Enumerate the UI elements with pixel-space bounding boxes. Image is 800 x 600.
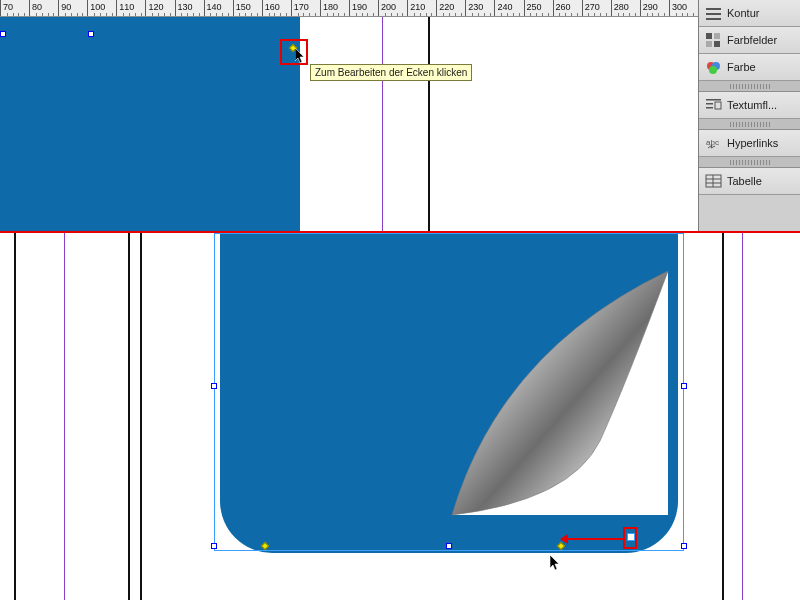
- ruler-number: 260: [556, 2, 571, 12]
- ruler-tick: 280: [611, 0, 640, 17]
- svg-rect-12: [706, 107, 713, 109]
- svg-rect-10: [706, 99, 721, 101]
- ruler-tick: 300: [669, 0, 698, 17]
- ruler-number: 100: [90, 2, 105, 12]
- tooltip-text: Zum Bearbeiten der Ecken klicken: [315, 67, 467, 78]
- panel-separator: [699, 119, 800, 130]
- table-icon: [705, 173, 722, 190]
- ruler-tick: 190: [349, 0, 378, 17]
- ruler-tick: 240: [494, 0, 523, 17]
- annotation-arrow: [568, 538, 624, 540]
- ruler-number: 110: [119, 2, 134, 12]
- stroke-icon: [705, 5, 722, 22]
- panel-separator: [699, 81, 800, 92]
- ruler-number: 180: [323, 2, 338, 12]
- top-screenshot: 7080901001101201301401501601701801902002…: [0, 0, 800, 231]
- bottom-canvas[interactable]: [0, 233, 800, 600]
- ruler-tick: 160: [262, 0, 291, 17]
- panel-farbfelder[interactable]: Farbfelder: [699, 27, 800, 54]
- selection-handle[interactable]: [0, 31, 6, 37]
- ruler-number: 190: [352, 2, 367, 12]
- swatches-icon: [705, 32, 722, 49]
- ruler-tick: 290: [640, 0, 669, 17]
- guide-vertical[interactable]: [382, 17, 383, 231]
- page-edge: [722, 233, 724, 600]
- ruler-number: 220: [439, 2, 454, 12]
- ruler-tick: 170: [291, 0, 320, 17]
- ruler-tick: 120: [145, 0, 174, 17]
- selection-handle[interactable]: [681, 383, 687, 389]
- column-guide: [128, 233, 130, 600]
- ruler-number: 80: [32, 2, 42, 12]
- cursor-icon: [295, 48, 307, 66]
- selection-handle[interactable]: [211, 543, 217, 549]
- horizontal-ruler[interactable]: 7080901001101201301401501601701801902002…: [0, 0, 698, 17]
- ruler-tick: 220: [436, 0, 465, 17]
- ruler-tick: 110: [116, 0, 145, 17]
- page-edge: [428, 17, 430, 231]
- page-edge: [14, 233, 16, 600]
- panel-textumfluss[interactable]: Textumfl...: [699, 92, 800, 119]
- ruler-number: 250: [527, 2, 542, 12]
- svg-rect-11: [706, 103, 713, 105]
- ruler-number: 240: [497, 2, 512, 12]
- panels-dock: Kontur Farbfelder Farbe Textumfl...: [698, 0, 800, 231]
- ruler-number: 210: [410, 2, 425, 12]
- hyperlink-icon: abc: [705, 135, 722, 152]
- bottom-screenshot: [0, 233, 800, 600]
- selection-handle[interactable]: [681, 543, 687, 549]
- ruler-tick: 90: [58, 0, 87, 17]
- ruler-number: 120: [148, 2, 163, 12]
- blue-rectangle[interactable]: [0, 17, 300, 231]
- ruler-number: 150: [236, 2, 251, 12]
- ruler-tick: 70: [0, 0, 29, 17]
- ruler-number: 90: [61, 2, 71, 12]
- ruler-number: 70: [3, 2, 13, 12]
- svg-rect-1: [706, 13, 721, 15]
- selection-handle[interactable]: [211, 383, 217, 389]
- top-canvas[interactable]: Zum Bearbeiten der Ecken klicken: [0, 17, 698, 231]
- ruler-number: 170: [294, 2, 309, 12]
- panel-kontur[interactable]: Kontur: [699, 0, 800, 27]
- ruler-number: 140: [207, 2, 222, 12]
- svg-rect-13: [715, 102, 721, 109]
- selection-handle[interactable]: [88, 31, 94, 37]
- panel-farbe[interactable]: Farbe: [699, 54, 800, 81]
- textwrap-icon: [705, 97, 722, 114]
- panel-label: Textumfl...: [727, 99, 777, 111]
- selection-handle[interactable]: [446, 543, 452, 549]
- annotation-box: [623, 527, 637, 549]
- column-guide: [140, 233, 142, 600]
- panel-label: Hyperlinks: [727, 137, 778, 149]
- svg-rect-3: [706, 33, 712, 39]
- color-icon: [705, 59, 722, 76]
- ruler-number: 200: [381, 2, 396, 12]
- panel-hyperlinks[interactable]: abc Hyperlinks: [699, 130, 800, 157]
- panel-label: Farbe: [727, 61, 756, 73]
- panel-label: Farbfelder: [727, 34, 777, 46]
- ruler-tick: 150: [233, 0, 262, 17]
- panel-label: Tabelle: [727, 175, 762, 187]
- panel-label: Kontur: [727, 7, 759, 19]
- svg-rect-0: [706, 8, 721, 10]
- ruler-tick: 130: [175, 0, 204, 17]
- ruler-number: 160: [265, 2, 280, 12]
- tooltip: Zum Bearbeiten der Ecken klicken: [310, 64, 472, 81]
- guide-vertical[interactable]: [742, 233, 743, 600]
- ruler-tick: 140: [204, 0, 233, 17]
- svg-point-9: [709, 66, 717, 74]
- ruler-tick: 260: [553, 0, 582, 17]
- guide-vertical[interactable]: [64, 233, 65, 600]
- panel-tabelle[interactable]: Tabelle: [699, 168, 800, 195]
- svg-rect-4: [714, 33, 720, 39]
- ruler-number: 230: [468, 2, 483, 12]
- svg-rect-6: [714, 41, 720, 47]
- ruler-tick: 100: [87, 0, 116, 17]
- ruler-tick: 230: [465, 0, 494, 17]
- svg-rect-2: [706, 18, 721, 20]
- ruler-tick: 80: [29, 0, 58, 17]
- ruler-tick: 200: [378, 0, 407, 17]
- ruler-number: 130: [178, 2, 193, 12]
- ruler-number: 300: [672, 2, 687, 12]
- ruler-number: 280: [614, 2, 629, 12]
